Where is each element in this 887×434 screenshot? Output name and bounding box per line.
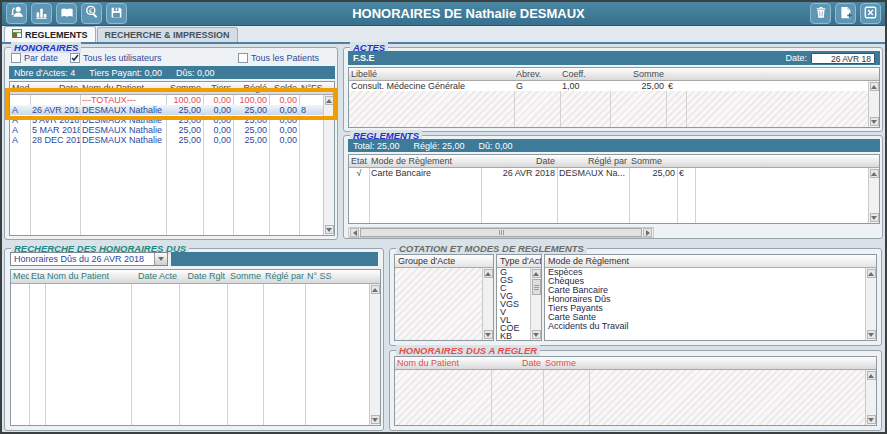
- delete-button[interactable]: [810, 3, 831, 24]
- tous-patients-label: Tous les Patients: [251, 53, 319, 63]
- scroll-up-button[interactable]: [867, 371, 876, 380]
- honoraires-dus-dropdown[interactable]: Honoraires Dûs du 26 AVR 2018: [10, 252, 168, 266]
- tous-utilisateurs-checkbox[interactable]: [70, 53, 80, 63]
- save-button[interactable]: [106, 3, 127, 24]
- column-header-patient: Nom du Patient: [80, 82, 166, 94]
- list-item[interactable]: Accidents du Travail: [545, 322, 865, 331]
- column-header-libelle: Libellé: [349, 68, 514, 80]
- groupe-acte-listbox: Groupe d'Acte: [394, 254, 494, 341]
- vertical-scrollbar[interactable]: [868, 81, 879, 127]
- fse-label: F.S.E: [353, 53, 375, 63]
- mode-reglement-list[interactable]: Espèces Chèques Carte Bancaire Honoraire…: [545, 268, 876, 340]
- vertical-scrollbar[interactable]: [369, 284, 380, 425]
- cell-regle: 100,00: [233, 95, 269, 105]
- scroll-right-button[interactable]: [643, 228, 652, 237]
- scroll-up-button[interactable]: [867, 269, 876, 278]
- list-item[interactable]: Espèces: [545, 268, 865, 277]
- table-row-selected[interactable]: A 26 AVR 2018 DESMAUX Nathalie 25,00 0,0…: [10, 105, 323, 115]
- cell-somme: 25,00: [166, 115, 203, 125]
- scroll-up-button[interactable]: [484, 269, 493, 278]
- scroll-up-button[interactable]: [532, 269, 541, 278]
- scroll-down-button[interactable]: [532, 330, 541, 339]
- scroll-up-button[interactable]: [371, 285, 380, 294]
- mode-reglement-header: Mode de Règlement: [545, 255, 876, 268]
- column-header-nss: N° SS: [305, 270, 369, 283]
- cell-patient: DESMAUX Nathalie: [80, 125, 166, 135]
- column-header-somme: Somme: [166, 82, 203, 94]
- cotation-panel: COTATION ET MODES DE REGLEMENTS Groupe d…: [389, 248, 882, 346]
- statistics-button[interactable]: [31, 3, 52, 24]
- scroll-down-button[interactable]: [867, 330, 876, 339]
- fse-bar: F.S.E Date: 26 AVR 18: [348, 51, 880, 65]
- honoraires-panel: HONORAIRES Par date Tous les utilisateur…: [4, 47, 338, 240]
- cell-libelle: Consult. Médecine Générale: [349, 81, 514, 91]
- scroll-down-button[interactable]: [867, 415, 876, 424]
- scroll-down-button[interactable]: [870, 117, 879, 126]
- vertical-scrollbar[interactable]: [530, 268, 541, 340]
- scroll-down-button[interactable]: [484, 330, 493, 339]
- address-book-button[interactable]: [56, 3, 77, 24]
- vertical-scrollbar[interactable]: [865, 370, 876, 425]
- vertical-scrollbar[interactable]: [482, 268, 493, 340]
- search-fees-button[interactable]: €: [81, 3, 102, 24]
- dus-table-body: [395, 370, 876, 425]
- column-divider: [305, 284, 306, 425]
- stat-dus: Dûs: 0,00: [176, 68, 215, 78]
- par-date-checkbox[interactable]: [11, 53, 21, 63]
- cell-patient: DESMAUX Nathalie: [80, 135, 166, 145]
- dus-a-regler-legend: HONORAIRES DUS A REGLER: [396, 345, 540, 356]
- new-document-button[interactable]: [835, 3, 856, 24]
- recherche-header-bar: [171, 252, 378, 266]
- user-sync-button[interactable]: [6, 3, 27, 24]
- cotation-legend: COTATION ET MODES DE REGLEMENTS: [396, 243, 587, 254]
- cell-empty: [695, 168, 868, 178]
- close-button[interactable]: [860, 3, 881, 24]
- cell-tiers: 0,00: [203, 95, 233, 105]
- table-row[interactable]: A 5 MAR 2018 DESMAUX Nathalie 25,00 0,00…: [10, 125, 323, 135]
- vertical-scrollbar[interactable]: [868, 168, 879, 223]
- chevron-down-icon[interactable]: [154, 253, 167, 265]
- scroll-up-button[interactable]: [870, 169, 879, 178]
- cell-solde: 0,00: [269, 125, 299, 135]
- scroll-down-button[interactable]: [870, 213, 879, 222]
- tab-recherche-impression[interactable]: RECHERCHE & IMPRESSION: [97, 27, 238, 42]
- dropdown-value: Honoraires Dûs du 26 AVR 2018: [11, 254, 154, 264]
- scroll-up-button[interactable]: [325, 96, 334, 105]
- vertical-scrollbar[interactable]: [865, 268, 876, 340]
- scroll-up-button[interactable]: [870, 82, 879, 91]
- table-row-totaux[interactable]: ---TOTAUX--- 100,00 0,00 100,00 0,00: [10, 95, 323, 105]
- save-icon: [109, 5, 124, 23]
- cell-med: A: [10, 105, 30, 115]
- tous-patients-checkbox[interactable]: [238, 53, 248, 63]
- column-header-empty: [666, 68, 879, 80]
- cell-med: A: [10, 125, 30, 135]
- column-header-regle-par: Réglé par: [263, 270, 305, 283]
- mode-reglement-listbox: Mode de Règlement Espèces Chèques Carte …: [544, 254, 877, 341]
- scroll-down-button[interactable]: [325, 225, 334, 234]
- column-header-med: Med: [11, 270, 29, 283]
- cell-tiers: 0,00: [203, 135, 233, 145]
- groupe-acte-list[interactable]: [395, 268, 493, 340]
- window-title: HONORAIRES DE Nathalie DESMAUX: [127, 6, 810, 21]
- scrollbar-thumb[interactable]: [360, 228, 642, 237]
- tab-reglements[interactable]: REGLEMENTS: [4, 26, 96, 42]
- content-area: HONORAIRES Par date Tous les utilisateur…: [2, 44, 885, 432]
- table-row[interactable]: A 5 AVR 2018 DESMAUX Nathalie 25,00 0,00…: [10, 115, 323, 125]
- type-acte-list[interactable]: G GS C VG VGS V VL COE KB: [497, 268, 541, 340]
- column-header-empty: [677, 155, 879, 167]
- cell-regle-par: DESMAUX Na...: [557, 168, 629, 178]
- table-row[interactable]: A 28 DEC 2017 DESMAUX Nathalie 25,00 0,0…: [10, 135, 323, 145]
- vertical-scrollbar[interactable]: [323, 95, 334, 235]
- horizontal-scrollbar[interactable]: [348, 227, 654, 238]
- column-header-date-acte: Date Acte: [131, 270, 179, 283]
- list-item[interactable]: KB: [497, 332, 530, 340]
- acte-row[interactable]: Consult. Médecine Générale G 1,00 25,00 …: [349, 81, 868, 91]
- fse-date-field[interactable]: 26 AVR 18: [811, 53, 875, 64]
- column-header-somme: Somme: [629, 155, 677, 167]
- scroll-down-button[interactable]: [371, 415, 380, 424]
- scrollbar-thumb[interactable]: [532, 279, 541, 295]
- cell-regle: 25,00: [233, 115, 269, 125]
- recherche-table: Med Etat Nom du Patient Date Acte Date R…: [10, 269, 381, 426]
- reglement-row[interactable]: √ Carte Bancaire 26 AVR 2018 DESMAUX Na.…: [349, 168, 868, 178]
- scroll-left-button[interactable]: [350, 228, 359, 237]
